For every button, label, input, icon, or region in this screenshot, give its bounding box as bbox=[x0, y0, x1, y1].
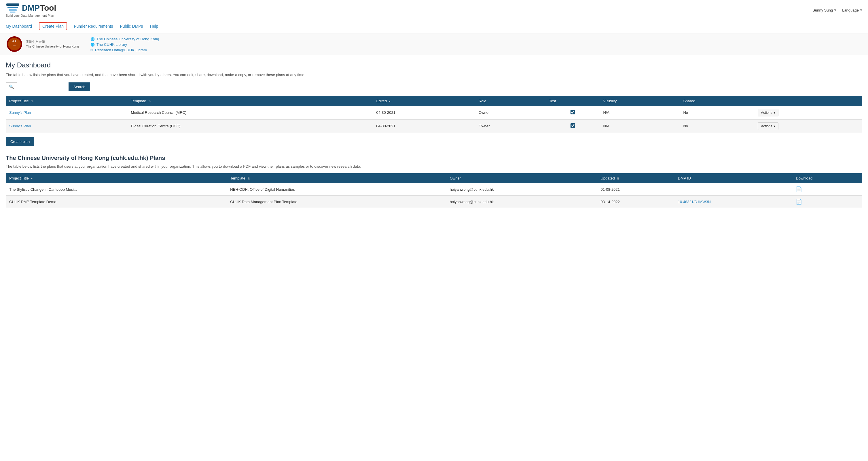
org-table-row: The Stylistic Change in Cantopop Musi...… bbox=[6, 183, 862, 196]
row2-template: Digital Curation Centre (DCC) bbox=[127, 119, 373, 133]
row1-plan-link[interactable]: Sunny's Plan bbox=[9, 110, 31, 115]
row2-test-checkbox[interactable] bbox=[570, 123, 575, 128]
org-th-template: Template ⇅ bbox=[227, 173, 446, 183]
svg-rect-2 bbox=[9, 9, 17, 11]
org-plans-table-body: The Stylistic Change in Cantopop Musi...… bbox=[6, 183, 862, 208]
th-edited: Edited ▾ bbox=[373, 96, 475, 106]
row1-visibility: N/A bbox=[600, 106, 680, 120]
row2-test bbox=[546, 119, 600, 133]
user-name: Sunny Sung bbox=[812, 8, 833, 12]
nav-public-dmps[interactable]: Public DMPs bbox=[120, 24, 143, 29]
svg-rect-1 bbox=[7, 7, 18, 8]
org-row1-download: 📄 bbox=[792, 183, 862, 196]
dashboard-description: The table below lists the plans that you… bbox=[6, 72, 862, 78]
org-row1-dmp-id bbox=[675, 183, 793, 196]
logo-area: DMPTool Build your Data Management Plan bbox=[6, 3, 56, 17]
nav-help[interactable]: Help bbox=[150, 24, 158, 29]
sort-icon-template: ⇅ bbox=[148, 100, 151, 103]
institution-logo: 中大 CUHK 香港中文大學 The Chinese University of… bbox=[6, 36, 79, 52]
logo-subtitle: Build your Data Management Plan bbox=[6, 14, 56, 17]
logo-text: DMPTool bbox=[22, 3, 56, 13]
org-section-title: The Chinese University of Hong Kong (cuh… bbox=[6, 155, 862, 161]
table-row: Sunny's Plan Digital Curation Centre (DC… bbox=[6, 119, 862, 133]
th-template: Template ⇅ bbox=[127, 96, 373, 106]
table-row: Sunny's Plan Medical Research Council (M… bbox=[6, 106, 862, 120]
search-icon bbox=[6, 82, 17, 91]
top-bar: DMPTool Build your Data Management Plan … bbox=[0, 0, 868, 19]
org-table-row: CUHK DMP Template Demo CUHK Data Managem… bbox=[6, 196, 862, 208]
inst-link-cuhk[interactable]: The Chinese University of Hong Kong bbox=[90, 37, 159, 41]
th-test: Test bbox=[546, 96, 600, 106]
row1-template: Medical Research Council (MRC) bbox=[127, 106, 373, 120]
my-plans-table-wrap: Project Title ⇅ Template ⇅ Edited ▾ Role… bbox=[6, 96, 862, 133]
svg-point-5 bbox=[8, 38, 21, 51]
org-section-description: The table below lists the plans that use… bbox=[6, 164, 862, 169]
org-sort-updated: ⇅ bbox=[617, 177, 619, 180]
dmp-id-link[interactable]: 10.48321/D1MW3N bbox=[678, 200, 711, 204]
org-th-owner: Owner bbox=[446, 173, 597, 183]
main-nav: My Dashboard Create Plan Funder Requirem… bbox=[0, 19, 868, 33]
org-th-project-title: Project Title ▾ bbox=[6, 173, 227, 183]
search-input[interactable] bbox=[17, 83, 68, 91]
my-plans-table: Project Title ⇅ Template ⇅ Edited ▾ Role… bbox=[6, 96, 862, 133]
user-menu[interactable]: Sunny Sung bbox=[812, 8, 836, 12]
org-plans-header-row: Project Title ▾ Template ⇅ Owner Updated… bbox=[6, 173, 862, 183]
nav-funder-requirements[interactable]: Funder Requirements bbox=[74, 24, 113, 29]
row1-test-checkbox[interactable] bbox=[570, 110, 575, 114]
svg-rect-3 bbox=[10, 11, 16, 13]
row2-shared: No bbox=[680, 119, 754, 133]
main-content: My Dashboard The table below lists the p… bbox=[0, 55, 868, 218]
create-plan-button[interactable]: Create plan bbox=[6, 137, 34, 146]
org-row2-title: CUHK DMP Template Demo bbox=[6, 196, 227, 208]
row1-shared: No bbox=[680, 106, 754, 120]
nav-my-dashboard[interactable]: My Dashboard bbox=[6, 24, 32, 29]
institution-links: The Chinese University of Hong Kong The … bbox=[90, 36, 159, 52]
inst-link-library[interactable]: The CUHK Library bbox=[90, 42, 159, 47]
org-sort-template: ⇅ bbox=[248, 177, 250, 180]
org-th-dmp-id: DMP ID bbox=[675, 173, 793, 183]
search-button[interactable]: Search bbox=[68, 82, 90, 91]
svg-text:中大: 中大 bbox=[12, 40, 17, 42]
th-role: Role bbox=[475, 96, 546, 106]
globe-icon-1 bbox=[90, 37, 95, 41]
org-row2-template: CUHK Data Management Plan Template bbox=[227, 196, 446, 208]
org-th-updated: Updated ⇅ bbox=[597, 173, 674, 183]
row2-project-title: Sunny's Plan bbox=[6, 119, 127, 133]
th-shared: Shared bbox=[680, 96, 754, 106]
th-actions bbox=[754, 96, 862, 106]
inst-link-research-data[interactable]: Research Data@CUHK Library bbox=[90, 48, 159, 52]
org-plans-table-head: Project Title ▾ Template ⇅ Owner Updated… bbox=[6, 173, 862, 183]
nav-create-plan[interactable]: Create Plan bbox=[39, 22, 67, 30]
row2-plan-link[interactable]: Sunny's Plan bbox=[9, 124, 31, 128]
row1-actions-button[interactable]: Actions bbox=[758, 109, 778, 116]
org-th-download: Download bbox=[792, 173, 862, 183]
svg-rect-0 bbox=[6, 3, 19, 6]
row1-actions-cell: Actions bbox=[754, 106, 862, 120]
cuhk-emblem: 中大 CUHK bbox=[6, 36, 23, 52]
page-title: My Dashboard bbox=[6, 61, 862, 69]
globe-icon-2 bbox=[90, 42, 95, 47]
institution-name-text: 香港中文大學 The Chinese University of Hong Ko… bbox=[26, 40, 79, 49]
org-row1-owner: hoiyanwong@cuhk.edu.hk bbox=[446, 183, 597, 196]
language-caret-icon bbox=[860, 9, 862, 11]
org-sort-title: ▾ bbox=[31, 177, 33, 180]
user-area: Sunny Sung Language bbox=[812, 8, 862, 12]
row2-visibility: N/A bbox=[600, 119, 680, 133]
language-menu[interactable]: Language bbox=[842, 8, 862, 12]
search-bar: Search bbox=[6, 82, 862, 91]
download-icon-1[interactable]: 📄 bbox=[796, 186, 802, 192]
org-plans-table-wrap: Project Title ▾ Template ⇅ Owner Updated… bbox=[6, 173, 862, 208]
download-icon-2[interactable]: 📄 bbox=[796, 199, 802, 205]
row2-actions-cell: Actions bbox=[754, 119, 862, 133]
mail-icon bbox=[90, 48, 93, 52]
row2-actions-button[interactable]: Actions bbox=[758, 122, 778, 130]
my-plans-table-head: Project Title ⇅ Template ⇅ Edited ▾ Role… bbox=[6, 96, 862, 106]
row1-test bbox=[546, 106, 600, 120]
sort-icon-edited: ▾ bbox=[389, 100, 391, 103]
th-visibility: Visibility bbox=[600, 96, 680, 106]
dmptool-logo-icon bbox=[6, 3, 20, 13]
row1-project-title: Sunny's Plan bbox=[6, 106, 127, 120]
org-row2-updated: 03-14-2022 bbox=[597, 196, 674, 208]
svg-text:CUHK: CUHK bbox=[13, 45, 16, 46]
row1-role: Owner bbox=[475, 106, 546, 120]
